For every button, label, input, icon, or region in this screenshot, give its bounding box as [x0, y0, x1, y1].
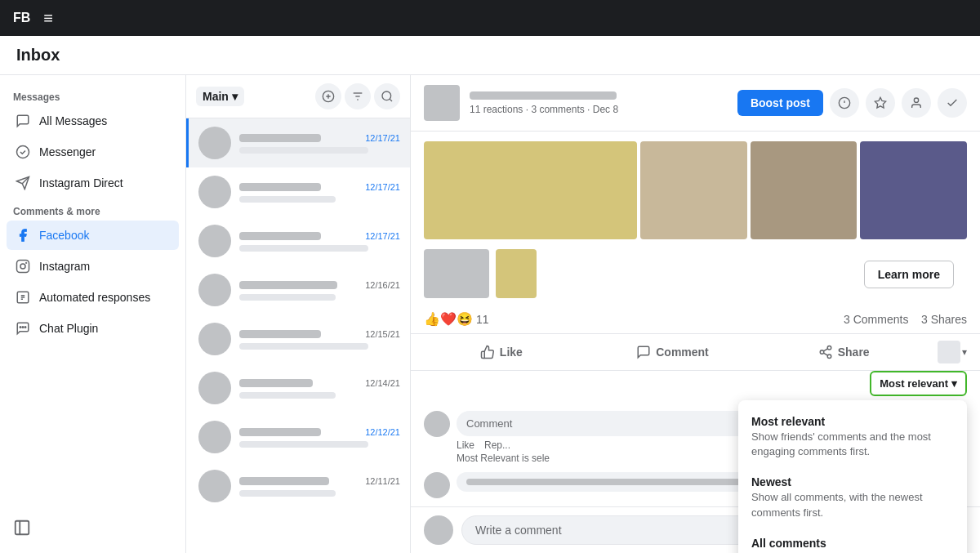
- sort-dropdown-wrapper: Most relevant ▾ Most relevant Show frien…: [870, 371, 967, 396]
- collage-image-4: [860, 141, 967, 239]
- person-icon[interactable]: [902, 88, 931, 118]
- sidebar-item-facebook[interactable]: Facebook: [7, 221, 179, 250]
- sidebar-item-automated-responses[interactable]: Automated responses: [7, 283, 179, 312]
- sidebar-item-messenger[interactable]: Messenger: [7, 137, 179, 167]
- instagram-direct-icon: [15, 175, 31, 191]
- post-meta-text: 11 reactions · 3 comments · Dec 8: [470, 104, 728, 115]
- sort-option-all-comments[interactable]: All comments Show all comments, includin…: [738, 528, 967, 553]
- sort-option-desc: Show all comments, with the newest comme…: [751, 490, 954, 520]
- message-item[interactable]: 12/12/21: [186, 413, 410, 462]
- post-sub-image-1: [424, 249, 489, 298]
- comment-like-action[interactable]: Like: [457, 439, 474, 451]
- avatar: [198, 176, 231, 208]
- header-icon-group: [315, 83, 400, 109]
- chat-icon: [15, 113, 31, 129]
- svg-point-4: [20, 264, 25, 269]
- main-dropdown[interactable]: Main ▾: [196, 87, 244, 106]
- message-item[interactable]: 12/17/21: [186, 118, 410, 167]
- post-action-bar: Like Comment Share ▾: [411, 334, 980, 371]
- message-date: 12/16/21: [365, 280, 400, 290]
- most-relevant-label: Most relevant: [880, 377, 948, 390]
- message-date: 12/12/21: [365, 427, 400, 437]
- message-item[interactable]: 12/16/21: [186, 265, 410, 314]
- message-body: 12/11/21: [239, 476, 400, 497]
- most-relevant-button[interactable]: Most relevant ▾: [870, 371, 967, 396]
- svg-point-28: [827, 355, 831, 359]
- check-icon[interactable]: [938, 88, 967, 118]
- user-avatar: [424, 515, 453, 545]
- sidebar-item-chat-plugin[interactable]: Chat Plugin: [7, 314, 179, 343]
- message-item[interactable]: 12/15/21: [186, 314, 410, 363]
- sort-option-desc: Show friends' comments and the most enga…: [751, 430, 954, 459]
- info-icon[interactable]: [830, 88, 859, 118]
- avatar: [198, 127, 231, 159]
- message-item[interactable]: 12/14/21: [186, 363, 410, 413]
- svg-line-29: [823, 353, 827, 355]
- sidebar: Messages All Messages Messenger: [0, 75, 186, 553]
- instagram-icon: [15, 258, 31, 274]
- sidebar-item-label: Automated responses: [39, 291, 150, 304]
- sidebar-item-instagram[interactable]: Instagram: [7, 252, 179, 281]
- message-item[interactable]: 12/11/21: [186, 462, 410, 511]
- sidebar-item-instagram-direct[interactable]: Instagram Direct: [7, 168, 179, 198]
- comment-button[interactable]: Comment: [589, 338, 757, 366]
- svg-marker-24: [875, 97, 885, 108]
- avatar: [198, 225, 231, 257]
- filter-btn[interactable]: [345, 83, 371, 109]
- message-list-header: Main ▾: [186, 75, 410, 118]
- svg-point-12: [24, 327, 26, 328]
- search-btn[interactable]: [374, 83, 400, 109]
- messages-section-label: Messages: [7, 85, 179, 106]
- avatar: [198, 274, 231, 306]
- auto-icon: [15, 289, 31, 305]
- message-body: 12/14/21: [239, 378, 400, 399]
- sidebar-item-label: All Messages: [39, 114, 107, 127]
- sort-option-most-relevant[interactable]: Most relevant Show friends' comments and…: [738, 407, 967, 467]
- message-date: 12/17/21: [365, 231, 400, 241]
- sort-option-newest[interactable]: Newest Show all comments, with the newes…: [738, 467, 967, 528]
- post-sub-image-2: [496, 249, 537, 298]
- svg-point-27: [820, 350, 824, 355]
- message-date: 12/11/21: [365, 476, 400, 486]
- menu-icon[interactable]: ≡: [43, 9, 53, 28]
- comments-count: 3 Comments: [844, 313, 908, 326]
- comment-avatar: [424, 472, 450, 498]
- message-list: 12/17/21 12/17/21: [186, 118, 410, 553]
- message-date: 12/17/21: [365, 182, 400, 192]
- sort-option-title: Most relevant: [751, 415, 954, 428]
- message-list-panel: Main ▾: [186, 75, 411, 553]
- post-view: 11 reactions · 3 comments · Dec 8 Boost …: [411, 75, 980, 553]
- share-button[interactable]: Share: [760, 338, 928, 366]
- avatar: [198, 323, 231, 355]
- collapse-sidebar-btn[interactable]: [13, 519, 31, 540]
- learn-more-button[interactable]: Learn more: [864, 261, 954, 288]
- sidebar-item-label: Instagram Direct: [39, 176, 123, 190]
- message-item[interactable]: 12/17/21: [186, 216, 410, 265]
- post-header-bar: 11 reactions · 3 comments · Dec 8 Boost …: [411, 75, 980, 132]
- app-logo: FB: [13, 11, 30, 25]
- compose-btn[interactable]: [315, 83, 341, 109]
- content-area: Messages All Messages Messenger: [0, 75, 980, 553]
- svg-line-20: [390, 99, 392, 101]
- message-date: 12/14/21: [365, 378, 400, 388]
- message-item[interactable]: 12/17/21: [186, 167, 410, 216]
- post-image-collage: [411, 141, 980, 239]
- svg-point-0: [17, 146, 29, 158]
- like-button[interactable]: Like: [417, 338, 586, 366]
- sidebar-item-all-messages[interactable]: All Messages: [7, 106, 179, 136]
- boost-post-button[interactable]: Boost post: [737, 90, 823, 116]
- chevron-down-icon: ▾: [232, 90, 238, 103]
- reactions-count: 11: [476, 313, 489, 326]
- comment-reply-action[interactable]: Rep...: [484, 439, 510, 451]
- bookmark-icon[interactable]: [866, 88, 895, 118]
- sidebar-item-label: Chat Plugin: [39, 322, 98, 335]
- post-header-actions: Boost post: [737, 88, 967, 118]
- svg-point-10: [22, 327, 24, 328]
- svg-point-5: [26, 263, 27, 264]
- message-body: 12/15/21: [239, 329, 400, 350]
- main-layout: Inbox Messages All Messages Messenger: [0, 36, 980, 553]
- svg-line-30: [823, 349, 827, 351]
- reaction-emojis: 👍❤️😆: [424, 311, 473, 327]
- collage-image-2: [640, 141, 747, 239]
- chevron-down-icon: ▾: [951, 377, 957, 390]
